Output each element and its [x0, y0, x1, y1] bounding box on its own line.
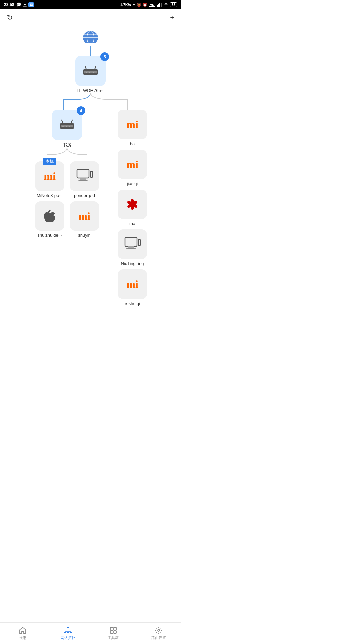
svg-line-14: [85, 66, 86, 69]
svg-line-15: [95, 66, 96, 69]
device-niutingting-label: NiuTingTing: [121, 261, 144, 266]
device-jiasiqi-label: jiasiqi: [127, 181, 138, 186]
svg-rect-27: [80, 178, 86, 180]
svg-rect-3: [158, 4, 159, 7]
sub-router-icon: [57, 117, 77, 132]
mute-icon: 🔕: [137, 3, 141, 7]
middle-row: 4 书房: [0, 110, 181, 306]
device-pondergod-label: pondergod: [74, 193, 95, 198]
svg-point-24: [66, 126, 67, 127]
main-router-section: 5 TL-WDR765···: [75, 56, 106, 93]
internet-icon: [80, 30, 101, 46]
sub-col-1: 本机 mi MiNote3-po··· shuizhuide···: [35, 161, 64, 238]
sub-router-label: 书房: [63, 142, 71, 148]
wechat-icon: 💬: [16, 2, 21, 7]
main-content: 5 TL-WDR765···: [0, 26, 181, 313]
svg-line-21: [62, 120, 63, 123]
internet-node[interactable]: [80, 30, 101, 46]
main-router-card[interactable]: 5 TL-WDR765···: [75, 56, 106, 93]
main-router-label: TL-WDR765···: [76, 88, 104, 93]
svg-rect-4: [159, 3, 160, 7]
svg-rect-2: [157, 5, 158, 7]
device-minote3-label: MiNote3-po···: [37, 193, 63, 198]
sub-router-card[interactable]: 4 书房: [52, 110, 82, 148]
svg-rect-37: [128, 246, 134, 248]
sub-router-section: 4 书房: [30, 110, 104, 238]
svg-rect-26: [77, 169, 89, 178]
pc-icon-niutingting: [124, 237, 141, 252]
main-router-badge: 5: [100, 52, 109, 61]
svg-rect-36: [125, 237, 137, 246]
mi-logo-ba: mi: [126, 118, 138, 131]
network-speed: 1.7K/s: [120, 3, 131, 7]
signal-bars-icon: [157, 3, 162, 7]
svg-rect-29: [90, 171, 93, 177]
signal-icon: △: [23, 2, 26, 7]
add-button[interactable]: +: [170, 14, 174, 21]
hd-icon: HD: [149, 3, 155, 7]
pc-icon-pondergod: [76, 169, 93, 183]
sub-devices-row: 本机 mi MiNote3-po··· shuizhuide···: [34, 161, 101, 238]
svg-rect-38: [126, 248, 136, 249]
topology-tree: 5 TL-WDR765···: [0, 30, 181, 313]
svg-rect-11: [80, 43, 101, 46]
device-ba-label: ba: [130, 141, 135, 146]
device-ba[interactable]: mi ba: [118, 110, 147, 146]
svg-rect-39: [138, 239, 140, 246]
svg-rect-5: [161, 3, 162, 7]
device-shuizhuide[interactable]: shuizhuide···: [35, 201, 64, 238]
svg-line-22: [71, 120, 72, 123]
svg-point-23: [62, 126, 64, 127]
wifi-small-icon: 网: [28, 2, 34, 7]
right-devices-col: mi ba mi jiasiqi: [114, 110, 151, 306]
huawei-logo-icon: [125, 197, 140, 212]
device-shuizhuide-label: shuizhuide···: [38, 233, 62, 238]
sub-col-2: pondergod mi shuyin: [70, 161, 99, 238]
mi-logo-shuyin: mi: [78, 210, 90, 222]
device-pondergod[interactable]: pondergod: [70, 161, 99, 198]
internet-to-router-line: [90, 46, 91, 56]
device-shuyin[interactable]: mi shuyin: [70, 201, 99, 238]
svg-point-16: [86, 72, 87, 73]
device-niutingting[interactable]: NiuTingTing: [118, 229, 147, 266]
svg-point-25: [69, 126, 70, 127]
main-branch-svg: [34, 93, 147, 110]
alarm-icon: ⏰: [143, 3, 147, 7]
svg-point-18: [93, 72, 94, 73]
device-jiasiqi[interactable]: mi jiasiqi: [118, 150, 147, 186]
device-minote3[interactable]: 本机 mi MiNote3-po···: [35, 161, 64, 198]
mi-logo-jiasiqi: mi: [126, 158, 138, 171]
mi-logo-minote3: mi: [44, 170, 56, 182]
mi-logo-reshuiqi: mi: [126, 278, 138, 290]
router-icon: [80, 63, 101, 78]
time: 23:58: [4, 2, 14, 7]
battery-icon: 35: [170, 2, 177, 7]
device-reshuiqi[interactable]: mi reshuiqi: [118, 269, 147, 306]
toolbar: ↻ +: [0, 9, 181, 26]
sub-router-badge: 4: [77, 106, 85, 115]
device-ma[interactable]: ma: [118, 190, 147, 226]
svg-text:网: 网: [29, 3, 33, 7]
main-branch-connector: [34, 93, 147, 110]
device-ma-label: ma: [129, 221, 135, 226]
wifi-icon: [163, 3, 169, 7]
local-badge: 本机: [43, 158, 56, 165]
svg-point-17: [89, 72, 90, 73]
refresh-button[interactable]: ↻: [7, 14, 13, 21]
device-shuyin-label: shuyin: [78, 233, 91, 238]
device-reshuiqi-label: reshuiqi: [125, 301, 140, 306]
bluetooth-icon: ✲: [132, 3, 135, 7]
svg-rect-28: [78, 180, 88, 181]
apple-logo-icon: [44, 210, 55, 222]
status-bar: 23:58 💬 △ 网 1.7K/s ✲ 🔕 ⏰ HD 35: [0, 0, 181, 9]
